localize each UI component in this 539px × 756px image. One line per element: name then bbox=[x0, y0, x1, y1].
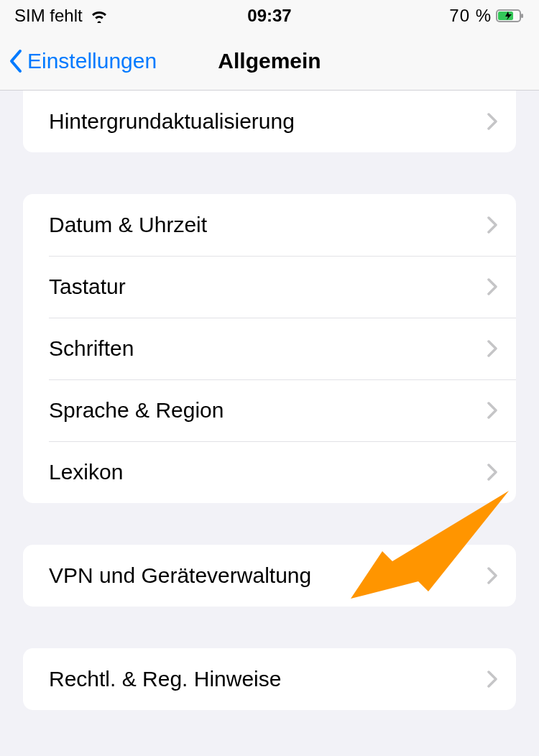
row-label: Tastatur bbox=[49, 275, 126, 299]
row-label: Rechtl. & Reg. Hinweise bbox=[49, 667, 281, 691]
status-sim: SIM fehlt bbox=[14, 6, 83, 26]
chevron-right-icon bbox=[487, 216, 497, 234]
back-label: Einstellungen bbox=[27, 49, 157, 73]
nav-bar: Einstellungen Allgemein bbox=[0, 32, 539, 91]
back-chevron-icon bbox=[9, 49, 23, 73]
chevron-right-icon bbox=[487, 402, 497, 419]
row-label: Datum & Uhrzeit bbox=[49, 213, 207, 237]
row-legal-regulatory[interactable]: Rechtl. & Reg. Hinweise bbox=[23, 648, 516, 710]
svg-rect-2 bbox=[498, 11, 513, 20]
row-vpn-device-management[interactable]: VPN und Geräteverwaltung bbox=[23, 545, 516, 607]
chevron-right-icon bbox=[487, 278, 497, 295]
settings-section: Rechtl. & Reg. Hinweise bbox=[23, 648, 516, 710]
row-label: Sprache & Region bbox=[49, 398, 224, 423]
row-label: Lexikon bbox=[49, 460, 123, 484]
status-right: 70 % bbox=[449, 6, 525, 26]
row-fonts[interactable]: Schriften bbox=[23, 318, 516, 379]
chevron-right-icon bbox=[487, 670, 497, 688]
row-language-region[interactable]: Sprache & Region bbox=[23, 379, 516, 441]
status-battery-percentage: 70 % bbox=[449, 6, 492, 26]
nav-title: Allgemein bbox=[218, 49, 321, 73]
row-label: Hintergrundaktualisierung bbox=[49, 109, 295, 134]
settings-section: Hintergrundaktualisierung bbox=[23, 91, 516, 152]
row-date-time[interactable]: Datum & Uhrzeit bbox=[23, 194, 516, 256]
svg-rect-1 bbox=[521, 14, 523, 18]
row-label: VPN und Geräteverwaltung bbox=[49, 563, 311, 588]
settings-section: Datum & UhrzeitTastaturSchriftenSprache … bbox=[23, 194, 516, 503]
status-left: SIM fehlt bbox=[14, 6, 109, 26]
chevron-right-icon bbox=[487, 567, 497, 584]
chevron-right-icon bbox=[487, 464, 497, 481]
battery-icon bbox=[496, 9, 525, 23]
status-bar: SIM fehlt 09:37 70 % bbox=[0, 0, 539, 32]
row-dictionary[interactable]: Lexikon bbox=[23, 441, 516, 503]
row-label: Schriften bbox=[49, 336, 134, 361]
settings-section: VPN und Geräteverwaltung bbox=[23, 545, 516, 607]
content: HintergrundaktualisierungDatum & Uhrzeit… bbox=[0, 91, 539, 710]
chevron-right-icon bbox=[487, 113, 497, 130]
chevron-right-icon bbox=[487, 340, 497, 357]
wifi-icon bbox=[90, 9, 109, 23]
row-keyboard[interactable]: Tastatur bbox=[23, 256, 516, 318]
back-button[interactable]: Einstellungen bbox=[9, 49, 157, 73]
status-time: 09:37 bbox=[247, 6, 291, 26]
row-background-app-refresh[interactable]: Hintergrundaktualisierung bbox=[23, 91, 516, 152]
